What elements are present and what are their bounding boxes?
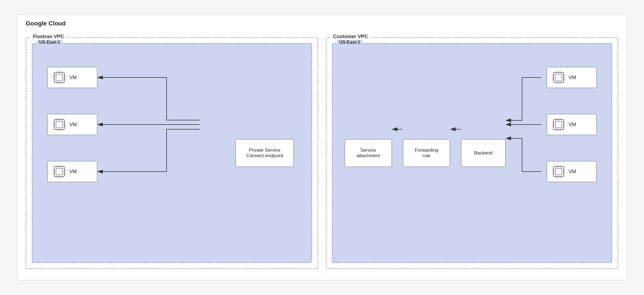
google-cloud-container: Google Cloud Fivetran VPC US-East-1 [17,15,627,280]
rvm-label-1: VM [569,75,576,81]
svg-rect-29 [56,168,63,175]
fivetran-vpc: Fivetran VPC US-East-1 [26,37,318,269]
cpu-icon-1 [52,70,67,85]
service-attachment-label: Service attachment [357,148,380,159]
fivetran-region: US-East-1 [32,43,312,263]
vm-label-2: VM [69,122,77,128]
psc-label: Private Service Connect endpoint [246,148,283,159]
svg-rect-72 [555,168,562,175]
vm-label-3: VM [69,169,77,175]
rvm-box-1: VM [547,67,597,88]
vm-box-1: VM [47,67,97,88]
vm-label-1: VM [69,75,77,81]
forwarding-rule-box: Forwarding rule [403,139,450,167]
backend-label: Backend [474,150,492,156]
customer-region: US-East-1 Service attachment Forwarding … [332,43,612,263]
svg-rect-1 [56,74,63,81]
customer-region-label: US-East-1 [337,40,362,45]
vm-box-3: VM [47,161,97,182]
cpu-icon-2 [52,117,67,132]
cpu-icon-r1 [551,70,566,85]
fivetran-region-label: US-East-1 [37,40,62,45]
psc-endpoint-box: Private Service Connect endpoint [236,139,294,167]
customer-diagram-area: Service attachment Forwarding rule Backe… [339,50,605,256]
cpu-icon-3 [52,164,67,179]
customer-vpc-label: Customer VPC [331,34,370,40]
forwarding-rule-label: Forwarding rule [415,148,438,159]
rvm-label-3: VM [569,169,576,175]
fivetran-diagram-area: VM [39,50,305,256]
service-attachment-box: Service attachment [345,139,392,167]
google-cloud-label: Google Cloud [26,20,66,27]
fivetran-vpc-label: Fivetran VPC [31,34,66,40]
svg-rect-58 [555,121,562,128]
cpu-icon-r3 [551,164,566,179]
customer-vpc: Customer VPC US-East-1 Service attachmen… [326,37,618,269]
cpu-icon-r2 [551,117,566,132]
svg-rect-44 [555,74,562,81]
rvm-label-2: VM [569,122,576,128]
vm-box-2: VM [47,114,97,135]
rvm-box-2: VM [547,114,597,135]
rvm-box-3: VM [547,161,597,182]
svg-rect-15 [56,121,63,128]
backend-box: Backend [461,139,505,167]
